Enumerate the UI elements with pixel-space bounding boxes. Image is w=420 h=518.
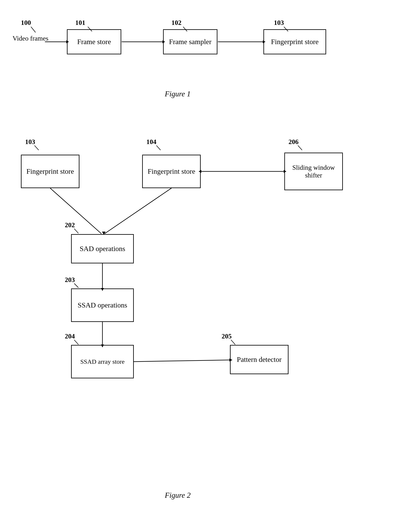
- svg-line-0: [31, 27, 36, 32]
- ref-205-fig2: 205: [222, 332, 232, 340]
- frame-sampler-label: Frame sampler: [169, 38, 211, 46]
- ref-103-fig2: 103: [25, 138, 35, 146]
- fp104-box: Fingerprint store: [142, 155, 201, 188]
- svg-line-18: [105, 188, 172, 234]
- ref-104-fig2: 104: [146, 138, 156, 146]
- ref-100: 100: [21, 19, 31, 27]
- ref-103-fig1: 103: [274, 19, 284, 27]
- ssad-box: SSAD operations: [71, 288, 134, 322]
- svg-line-17: [50, 188, 101, 234]
- ssad-array-label: SSAD array store: [80, 358, 125, 365]
- frame-store-box: Frame store: [67, 29, 121, 54]
- ref-202-fig2: 202: [65, 221, 75, 229]
- sad-box: SAD operations: [71, 234, 134, 263]
- fp104-label: Fingerprint store: [148, 167, 195, 175]
- fingerprint-store-fig1-label: Fingerprint store: [271, 38, 319, 46]
- svg-line-11: [156, 145, 161, 150]
- ref-203-fig2: 203: [65, 276, 75, 284]
- pattern-box: Pattern detector: [230, 345, 288, 374]
- svg-line-14: [74, 284, 78, 288]
- svg-line-16: [231, 340, 235, 345]
- figure1-area: 100 101 102 103 Video frames Frame store…: [0, 13, 420, 100]
- ref-204-fig2: 204: [65, 332, 75, 340]
- ssad-array-box: SSAD array store: [71, 345, 134, 378]
- pattern-label: Pattern detector: [237, 356, 282, 364]
- diagram-container: 100 101 102 103 Video frames Frame store…: [0, 0, 420, 518]
- svg-line-27: [134, 360, 229, 362]
- fp103-box: Fingerprint store: [21, 155, 79, 188]
- figure2-area: 103 104 206 202 203 204 205 Fingerprint …: [0, 125, 420, 502]
- fig1-caption: Figure 1: [146, 90, 209, 98]
- ref-102: 102: [172, 19, 181, 27]
- sliding-label: Sliding window shifter: [285, 164, 342, 179]
- frame-store-label: Frame store: [77, 38, 111, 46]
- ref-206-fig2: 206: [288, 138, 299, 146]
- svg-line-10: [35, 145, 39, 150]
- fingerprint-store-fig1-box: Fingerprint store: [263, 29, 326, 54]
- svg-line-13: [74, 229, 78, 233]
- video-frames-label: Video frames: [13, 35, 48, 42]
- ssad-label: SSAD operations: [78, 301, 127, 309]
- svg-line-12: [298, 145, 302, 150]
- fig1-arrows: [0, 13, 420, 100]
- sad-label: SAD operations: [80, 245, 125, 253]
- ref-101: 101: [75, 19, 85, 27]
- frame-sampler-box: Frame sampler: [163, 29, 218, 54]
- fp103-label: Fingerprint store: [26, 167, 74, 175]
- sliding-box: Sliding window shifter: [284, 153, 343, 190]
- svg-line-15: [74, 340, 78, 345]
- fig2-caption: Figure 2: [146, 491, 209, 500]
